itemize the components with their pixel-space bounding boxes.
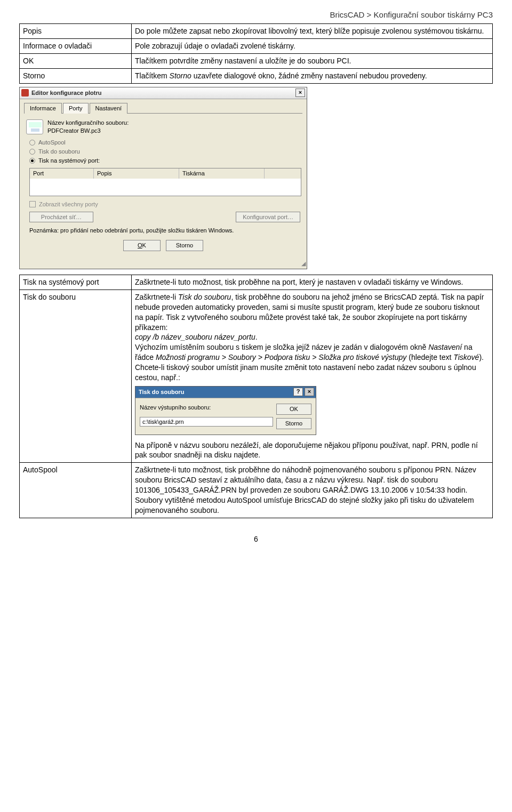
storno-button[interactable]: Storno (166, 240, 203, 251)
port-note: Poznámka: pro přidání nebo odebrání port… (29, 227, 300, 235)
browse-network-button: Procházet síť… (29, 212, 93, 223)
port-col-port[interactable]: Port (30, 168, 94, 179)
close-icon[interactable]: × (305, 388, 314, 396)
config-file-name: PDFCreator BW.pc3 (47, 127, 129, 135)
output-file-input[interactable] (140, 417, 273, 427)
port-col-tiskarna[interactable]: Tiskárna (179, 168, 265, 179)
show-all-ports-checkbox: Zobrazit všechny porty (29, 200, 300, 208)
radio-tisk-do-souboru[interactable]: Tisk do souboru (29, 148, 300, 156)
close-icon[interactable]: × (295, 89, 305, 97)
term-ok: OK (20, 54, 132, 69)
definitions-table-2: Tisk na systémový port Zaškrtnete-li tut… (19, 275, 493, 518)
radio-tisk-sysport[interactable]: Tisk na systémový port: (29, 157, 300, 165)
dialog-title: Tisk do souboru (139, 389, 184, 395)
help-icon[interactable]: ? (293, 388, 303, 396)
checkbox-icon (29, 201, 36, 207)
ok-button[interactable]: OK (276, 404, 311, 415)
dialog-titlebar[interactable]: Editor konfigurace plotru × (20, 87, 307, 99)
term-tisk-souboru: Tisk do souboru (20, 290, 132, 462)
resize-grip-icon[interactable]: ◢ (20, 260, 307, 269)
printer-icon (26, 119, 43, 134)
desc-popis: Do pole můžete zapsat nebo zkopírovat li… (132, 24, 493, 39)
desc-tisk-sysport: Zaškrtnete-li tuto možnost, tisk proběhn… (132, 275, 493, 290)
storno-button[interactable]: Storno (276, 418, 311, 429)
desc-storno: Tlačítkem Storno uzavřete dialogové okno… (132, 68, 493, 83)
output-file-label: Název výstupního souboru: (140, 404, 273, 412)
app-icon (21, 89, 29, 97)
term-informace: Informace o ovladači (20, 39, 132, 54)
definitions-table-1: Popis Do pole můžete zapsat nebo zkopíro… (19, 23, 493, 84)
port-col-popis[interactable]: Popis (94, 168, 179, 179)
ok-button[interactable]: OK (123, 240, 161, 251)
table-row: Storno Tlačítkem Storno uzavřete dialogo… (20, 68, 493, 83)
port-mode-radios: AutoSpool Tisk do souboru Tisk na systém… (29, 139, 300, 165)
tab-bar: Informace Porty Nastavení (24, 102, 302, 114)
table-row: AutoSpool Zaškrtnete-li tuto možnost, ti… (20, 463, 493, 518)
desc-ok: Tlačítkem potvrdíte změny nastavení a ul… (132, 54, 493, 69)
config-file-label: Název konfiguračního souboru: (47, 119, 129, 127)
dialog-titlebar[interactable]: Tisk do souboru ? × (135, 387, 316, 398)
print-to-file-dialog: Tisk do souboru ? × Název výstupního sou… (135, 386, 316, 435)
term-popis: Popis (20, 24, 132, 39)
breadcrumb: BricsCAD > Konfigurační soubor tiskárny … (19, 10, 493, 20)
tab-porty[interactable]: Porty (63, 103, 89, 114)
table-row: Tisk do souboru Zaškrtnete-li Tisk do so… (20, 290, 493, 462)
tab-nastaveni[interactable]: Nastavení (90, 103, 128, 114)
term-autospool: AutoSpool (20, 463, 132, 518)
term-storno: Storno (20, 68, 132, 83)
table-row: OK Tlačítkem potvrdíte změny nastavení a… (20, 54, 493, 69)
table-row: Tisk na systémový port Zaškrtnete-li tut… (20, 275, 493, 290)
term-tisk-sysport: Tisk na systémový port (20, 275, 132, 290)
desc-tisk-souboru: Zaškrtnete-li Tisk do souboru, tisk prob… (132, 290, 493, 462)
port-table[interactable]: Port Popis Tiskárna (29, 168, 301, 196)
configure-port-button: Konfigurovat port… (236, 212, 300, 223)
table-row: Informace o ovladači Pole zobrazují údaj… (20, 39, 493, 54)
table-row: Popis Do pole můžete zapsat nebo zkopíro… (20, 24, 493, 39)
radio-autospool[interactable]: AutoSpool (29, 139, 300, 147)
desc-informace: Pole zobrazují údaje o ovladači zvolené … (132, 39, 493, 54)
plotter-config-editor-dialog: Editor konfigurace plotru × Informace Po… (19, 87, 307, 269)
page-number: 6 (19, 534, 493, 544)
dialog-title: Editor konfigurace plotru (31, 90, 101, 96)
tab-informace[interactable]: Informace (24, 103, 62, 114)
desc-autospool: Zaškrtnete-li tuto možnost, tisk proběhn… (132, 463, 493, 518)
